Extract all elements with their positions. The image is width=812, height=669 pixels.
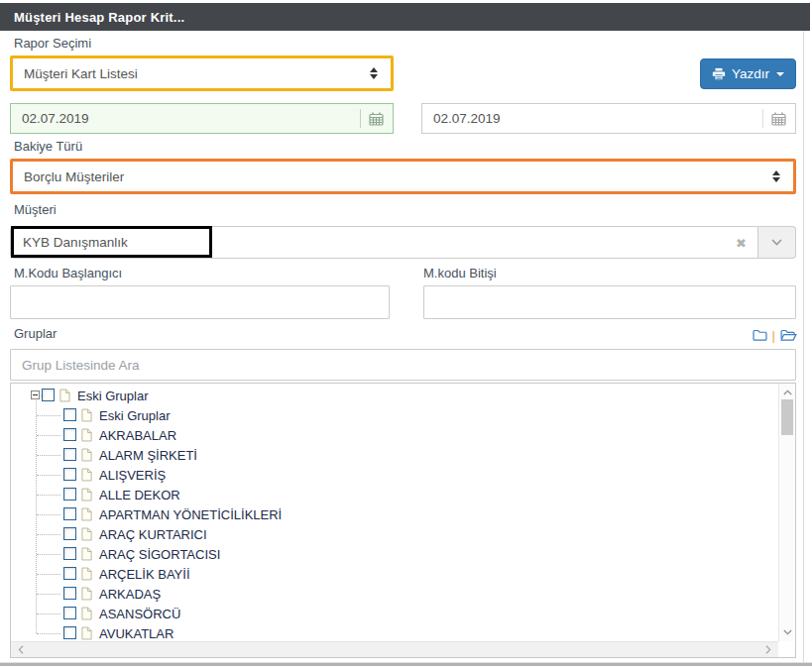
balance-type-label: Bakiye Türü xyxy=(14,139,82,154)
calendar-icon[interactable] xyxy=(369,112,384,126)
tree-child-row: ALLE DEKOR xyxy=(11,485,776,504)
report-select-label: Rapor Seçimi xyxy=(14,36,91,51)
folder-open-icon[interactable] xyxy=(780,329,797,341)
tree-child-row: APARTMAN YÖNETİCİLİKLERİ xyxy=(11,504,776,524)
file-icon xyxy=(81,488,92,502)
report-select[interactable]: Müşteri Kart Listesi xyxy=(10,56,394,91)
tree-item-label[interactable]: ARÇELİK BAYİİ xyxy=(99,567,190,582)
file-icon xyxy=(81,587,92,601)
code-end-input[interactable] xyxy=(423,285,796,319)
start-date-field[interactable]: 02.07.2019 xyxy=(10,103,394,134)
group-search-input[interactable] xyxy=(10,349,796,381)
tree-item-label[interactable]: Eski Gruplar xyxy=(99,408,171,423)
print-button-label: Yazdır xyxy=(732,66,769,81)
end-date-field[interactable]: 02.07.2019 xyxy=(421,103,796,134)
tree-item-label[interactable]: ALARM ŞİRKETİ xyxy=(99,448,197,463)
tree-checkbox[interactable] xyxy=(63,567,76,580)
tree-item-label[interactable]: ARAÇ SİGORTACISI xyxy=(99,547,220,562)
divider: | xyxy=(772,328,775,343)
start-date-value: 02.07.2019 xyxy=(11,111,360,126)
tree-item-label[interactable]: AVUKATLAR xyxy=(99,626,174,641)
tree-checkbox[interactable] xyxy=(63,587,76,600)
tree-child-row: ARAÇ SİGORTACISI xyxy=(11,544,776,564)
tree-checkbox[interactable] xyxy=(63,468,76,481)
tree-checkbox[interactable] xyxy=(63,507,76,520)
file-icon xyxy=(81,607,92,620)
tree-item-label[interactable]: AKRABALAR xyxy=(99,428,176,443)
file-icon xyxy=(81,428,92,442)
divider xyxy=(360,109,361,128)
file-icon xyxy=(81,567,92,581)
print-button[interactable]: Yazdır xyxy=(700,58,796,89)
tree-checkbox[interactable] xyxy=(63,626,76,639)
tree-checkbox[interactable] xyxy=(63,488,76,501)
scrollbar-thumb[interactable] xyxy=(781,399,793,435)
chevron-down-icon xyxy=(771,239,782,246)
tree-checkbox[interactable] xyxy=(63,547,76,560)
tree-item-label[interactable]: ARAÇ KURTARICI xyxy=(99,527,207,542)
tree-item-label[interactable]: ALLE DEKOR xyxy=(99,488,180,502)
tree-child-row: ALARM ŞİRKETİ xyxy=(11,445,776,465)
select-updown-icon xyxy=(772,170,780,182)
tree-item-label[interactable]: ARKADAŞ xyxy=(99,587,161,602)
horizontal-scrollbar[interactable] xyxy=(11,641,778,657)
file-icon xyxy=(81,408,92,422)
scroll-left-icon[interactable] xyxy=(14,642,28,657)
vertical-scrollbar[interactable] xyxy=(778,384,795,641)
tree-checkbox[interactable] xyxy=(63,527,76,540)
tree-child-row: AKRABALAR xyxy=(11,425,776,445)
tree-checkbox[interactable] xyxy=(42,389,55,401)
code-end-label: M.kodu Bitişi xyxy=(423,266,497,280)
group-tree-children: Eski Gruplar AKRABALAR ALARM ŞİRKETİ ALI… xyxy=(11,405,776,641)
tree-item-label[interactable]: APARTMAN YÖNETİCİLİKLERİ xyxy=(99,507,282,522)
file-icon xyxy=(81,448,92,462)
file-icon xyxy=(81,468,92,482)
end-date-value: 02.07.2019 xyxy=(422,111,762,126)
tree-child-row: ARKADAŞ xyxy=(11,584,776,604)
dialog-bottom-edge xyxy=(0,663,812,666)
folder-closed-icon[interactable] xyxy=(753,329,767,341)
printer-icon xyxy=(712,67,726,81)
caret-down-icon xyxy=(776,72,784,76)
balance-type-select[interactable]: Borçlu Müşteriler xyxy=(10,159,796,194)
select-updown-icon xyxy=(370,67,378,79)
tree-checkbox[interactable] xyxy=(63,448,76,461)
file-icon xyxy=(59,389,70,402)
tree-item-label[interactable]: ASANSÖRCÜ xyxy=(99,607,180,621)
group-tree-actions: | xyxy=(746,327,797,343)
tree-root-row: Eski Gruplar xyxy=(11,386,776,405)
file-icon xyxy=(81,626,92,640)
customer-label: Müşteri xyxy=(14,202,57,217)
tree-child-row: ARÇELİK BAYİİ xyxy=(11,564,776,584)
report-criteria-dialog: Müşteri Hesap Rapor Krit... Rapor Seçimi… xyxy=(0,0,812,669)
group-tree-panel: Eski Gruplar Eski Gruplar AKRABALAR ALAR… xyxy=(10,383,796,658)
tree-checkbox[interactable] xyxy=(63,408,76,421)
code-start-input[interactable] xyxy=(10,285,390,319)
groups-label: Gruplar xyxy=(14,326,57,341)
collapse-icon[interactable] xyxy=(31,390,40,399)
dialog-titlebar[interactable]: Müşteri Hesap Rapor Krit... xyxy=(0,3,810,31)
calendar-icon[interactable] xyxy=(771,112,786,126)
customer-input[interactable]: KYB Danışmanlık ✖ xyxy=(10,226,758,259)
tree-item-label[interactable]: ALIŞVERİŞ xyxy=(99,468,166,483)
scroll-down-icon[interactable] xyxy=(779,625,795,639)
tree-checkbox[interactable] xyxy=(63,428,76,441)
customer-value: KYB Danışmanlık xyxy=(14,235,128,250)
tree-child-row: ARAÇ KURTARICI xyxy=(11,524,776,544)
balance-type-value: Borçlu Müşteriler xyxy=(13,169,772,184)
customer-dropdown-button[interactable] xyxy=(758,226,796,259)
tree-child-row: ASANSÖRCÜ xyxy=(11,604,776,623)
divider xyxy=(762,109,763,128)
dialog-title: Müşteri Hesap Rapor Krit... xyxy=(14,10,184,25)
tree-item-label[interactable]: Eski Gruplar xyxy=(77,389,149,403)
close-icon[interactable]: ✖ xyxy=(736,235,747,250)
scroll-right-icon[interactable] xyxy=(761,642,775,657)
scroll-up-icon[interactable] xyxy=(779,386,795,399)
report-select-value: Müşteri Kart Listesi xyxy=(13,66,370,81)
tree-child-row: Eski Gruplar xyxy=(11,405,776,425)
tree-checkbox[interactable] xyxy=(63,607,76,619)
file-icon xyxy=(81,527,92,541)
dialog-right-edge xyxy=(803,31,804,663)
customer-combo: KYB Danışmanlık ✖ xyxy=(10,226,796,259)
file-icon xyxy=(81,507,92,521)
